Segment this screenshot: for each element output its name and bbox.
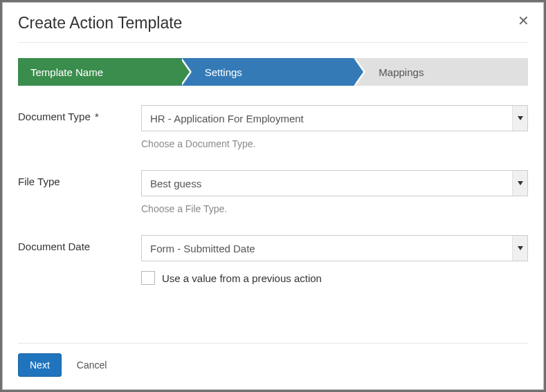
form-body: Document Type * HR - Application For Emp…: [3, 86, 543, 343]
cancel-button[interactable]: Cancel: [77, 360, 107, 371]
required-mark: *: [95, 111, 99, 122]
svg-marker-0: [518, 116, 523, 120]
document-type-select[interactable]: HR - Application For Employment: [141, 105, 528, 131]
select-value: HR - Application For Employment: [150, 113, 304, 124]
chevron-right-icon: [180, 58, 190, 86]
field-hint: Choose a Document Type.: [141, 138, 528, 149]
select-value: Form - Submitted Date: [150, 243, 255, 254]
checkbox-label: Use a value from a previous action: [162, 272, 322, 284]
field-label: File Type: [18, 170, 141, 187]
svg-marker-1: [518, 181, 523, 185]
field-label: Document Type *: [18, 105, 141, 122]
previous-action-checkbox-row: Use a value from a previous action: [141, 271, 528, 285]
field-hint: Choose a File Type.: [141, 203, 528, 214]
chevron-down-icon: [512, 106, 527, 131]
wizard-step-settings[interactable]: Settings: [180, 58, 354, 86]
close-icon[interactable]: ✕: [518, 14, 529, 28]
field-document-date: Document Date Form - Submitted Date Use …: [18, 235, 528, 285]
file-type-select[interactable]: Best guess: [141, 170, 528, 196]
field-file-type: File Type Best guess Choose a File Type.: [18, 170, 528, 214]
wizard-step-template-name[interactable]: Template Name: [18, 58, 180, 86]
wizard-step-mappings[interactable]: Mappings: [354, 58, 528, 86]
chevron-down-icon: [512, 236, 527, 261]
divider: [18, 42, 528, 43]
label-text: Document Type: [18, 111, 91, 122]
modal-header: Create Action Template ✕: [3, 3, 543, 42]
wizard-step-label: Settings: [205, 66, 242, 78]
chevron-down-icon: [512, 171, 527, 196]
field-label: Document Date: [18, 235, 141, 252]
modal-footer: Next Cancel: [18, 343, 528, 389]
create-action-template-modal: Create Action Template ✕ Template Name S…: [2, 2, 544, 390]
label-text: Document Date: [18, 241, 90, 252]
wizard-step-label: Mappings: [379, 66, 424, 78]
chevron-right-icon: [354, 58, 363, 86]
wizard-step-label: Template Name: [30, 66, 103, 78]
select-value: Best guess: [150, 178, 201, 189]
next-button[interactable]: Next: [18, 353, 62, 377]
document-date-select[interactable]: Form - Submitted Date: [141, 235, 528, 261]
label-text: File Type: [18, 176, 60, 187]
wizard-steps: Template Name Settings Mappings: [18, 58, 528, 86]
field-document-type: Document Type * HR - Application For Emp…: [18, 105, 528, 149]
modal-title: Create Action Template: [18, 14, 182, 32]
previous-action-checkbox[interactable]: [141, 271, 155, 285]
svg-marker-2: [518, 246, 523, 250]
